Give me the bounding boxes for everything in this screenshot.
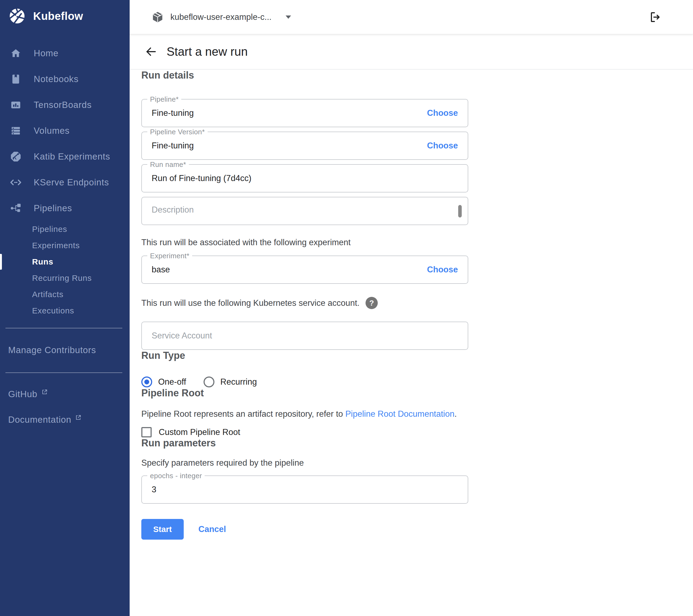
radio-selected-icon: [141, 377, 152, 387]
run-type-heading: Run Type: [141, 350, 468, 361]
help-icon[interactable]: ?: [365, 297, 378, 309]
pipeline-root-text-end: .: [454, 409, 457, 419]
sidebar-divider: [5, 328, 122, 328]
subitem-label: Artifacts: [32, 290, 64, 299]
experiment-icon: [10, 151, 22, 162]
sidebar: Kubeflow Home Notebooks TensorBoards: [0, 0, 130, 616]
sidebar-item-label: Volumes: [34, 126, 70, 136]
experiment-field-value: base: [152, 265, 170, 274]
pipeline-field-value: Fine-tuning: [152, 108, 194, 118]
external-link-icon: [41, 389, 48, 395]
radio-one-off-label: One-off: [158, 377, 186, 387]
epochs-field[interactable]: epochs - integer 3: [141, 476, 468, 504]
logout-button[interactable]: [649, 11, 662, 24]
sidebar-link-github[interactable]: GitHub: [0, 383, 130, 405]
custom-pipeline-root-label: Custom Pipeline Root: [159, 427, 240, 437]
logout-icon: [649, 11, 662, 24]
brand-name: Kubeflow: [33, 10, 83, 22]
namespace-selector[interactable]: kubeflow-user-example-c...: [151, 11, 291, 23]
pipeline-root-heading: Pipeline Root: [141, 387, 468, 399]
pipeline-version-field[interactable]: Pipeline Version* Fine-tuning Choose: [141, 132, 468, 160]
subitem-label: Recurring Runs: [32, 273, 92, 283]
kubeflow-logo-icon: [8, 7, 26, 25]
sidebar-link-documentation[interactable]: Documentation: [0, 409, 130, 430]
sidebar-item-tensorboards[interactable]: TensorBoards: [0, 92, 130, 118]
sidebar-item-notebooks[interactable]: Notebooks: [0, 66, 130, 92]
epochs-field-value: 3: [152, 485, 156, 495]
subitem-label: Executions: [32, 306, 74, 315]
sidebar-item-label: Notebooks: [34, 74, 79, 84]
namespace-cube-icon: [151, 11, 164, 23]
sidebar-nav: Home Notebooks TensorBoards Volumes: [0, 28, 130, 430]
sidebar-item-label: TensorBoards: [34, 100, 92, 110]
service-account-note-row: This run will use the following Kubernet…: [141, 297, 468, 309]
sidebar-item-volumes[interactable]: Volumes: [0, 118, 130, 143]
back-arrow-icon: [145, 45, 157, 58]
checkbox-icon[interactable]: [141, 427, 152, 437]
radio-recurring[interactable]: Recurring: [203, 377, 257, 387]
run-parameters-heading: Run parameters: [141, 437, 468, 449]
experiment-choose-button[interactable]: Choose: [427, 265, 458, 274]
kubeflow-logo[interactable]: Kubeflow: [0, 0, 130, 28]
top-app-bar: kubeflow-user-example-c...: [130, 0, 693, 34]
experiment-note: This run will be associated with the fol…: [141, 237, 468, 247]
page-header: Start a new run: [130, 34, 693, 70]
description-field[interactable]: Description: [141, 197, 468, 225]
sidebar-subitem-runs[interactable]: Runs: [0, 254, 130, 270]
sidebar-subitem-artifacts[interactable]: Artifacts: [0, 286, 130, 303]
sidebar-item-katib-experiments[interactable]: Katib Experiments: [0, 143, 130, 169]
run-details-heading: Run details: [141, 70, 468, 81]
sidebar-item-label: KServe Endpoints: [34, 177, 109, 188]
endpoints-icon: [10, 176, 22, 188]
epochs-field-label: epochs - integer: [147, 471, 205, 480]
sidebar-subitem-pipelines[interactable]: Pipelines: [0, 221, 130, 237]
back-button[interactable]: [145, 45, 157, 58]
description-scrollbar[interactable]: [458, 205, 462, 217]
sidebar-item-pipelines[interactable]: Pipelines: [0, 195, 130, 221]
sidebar-item-manage-contributors[interactable]: Manage Contributors: [0, 339, 130, 361]
storage-icon: [10, 125, 22, 137]
service-account-field[interactable]: Service Account: [141, 322, 468, 350]
chevron-down-icon: [285, 16, 291, 19]
experiment-field[interactable]: Experiment* base Choose: [141, 255, 468, 284]
main-area: kubeflow-user-example-c... Start a new r…: [130, 0, 693, 616]
external-link-icon: [75, 414, 81, 421]
service-account-note: This run will use the following Kubernet…: [141, 298, 359, 308]
experiment-field-label: Experiment*: [147, 252, 192, 260]
custom-pipeline-root-checkbox-row[interactable]: Custom Pipeline Root: [141, 427, 468, 437]
active-indicator: [0, 254, 2, 270]
notebook-icon: [10, 73, 22, 85]
sidebar-subitem-executions[interactable]: Executions: [0, 303, 130, 319]
pipeline-version-choose-button[interactable]: Choose: [427, 141, 458, 151]
sidebar-subitem-experiments[interactable]: Experiments: [0, 237, 130, 254]
pipeline-root-description: Pipeline Root represents an artifact rep…: [141, 409, 468, 419]
chart-icon: [10, 99, 22, 111]
form-actions: Start Cancel: [141, 519, 468, 540]
radio-unselected-icon: [203, 377, 214, 387]
pipeline-field[interactable]: Pipeline* Fine-tuning Choose: [141, 99, 468, 127]
pipelines-icon: [10, 202, 22, 214]
pipeline-version-field-label: Pipeline Version*: [147, 128, 207, 136]
namespace-value: kubeflow-user-example-c...: [171, 12, 272, 22]
kubeflow-app: Kubeflow Home Notebooks TensorBoards: [0, 0, 693, 616]
pipeline-root-text: Pipeline Root represents an artifact rep…: [141, 409, 345, 419]
sidebar-subitem-recurring-runs[interactable]: Recurring Runs: [0, 270, 130, 286]
radio-one-off[interactable]: One-off: [141, 377, 186, 387]
pipelines-sub-list: Pipelines Experiments Runs Recurring Run…: [0, 221, 130, 319]
run-name-field[interactable]: Run name* Run of Fine-tuning (7d4cc): [141, 164, 468, 192]
start-button[interactable]: Start: [141, 519, 184, 540]
pipeline-choose-button[interactable]: Choose: [427, 108, 458, 118]
description-placeholder: Description: [152, 205, 194, 215]
sidebar-item-home[interactable]: Home: [0, 40, 130, 66]
documentation-link-label: Documentation: [8, 415, 71, 425]
page-title: Start a new run: [166, 45, 248, 58]
sidebar-item-kserve-endpoints[interactable]: KServe Endpoints: [0, 169, 130, 195]
manage-contributors-label: Manage Contributors: [8, 345, 96, 355]
run-type-options: One-off Recurring: [141, 377, 468, 387]
subitem-label: Runs: [32, 257, 53, 266]
cancel-button[interactable]: Cancel: [197, 524, 228, 535]
github-link-label: GitHub: [8, 389, 38, 399]
sidebar-item-label: Home: [34, 48, 58, 58]
pipeline-root-documentation-link[interactable]: Pipeline Root Documentation: [345, 409, 455, 419]
pipeline-version-field-value: Fine-tuning: [152, 141, 194, 151]
